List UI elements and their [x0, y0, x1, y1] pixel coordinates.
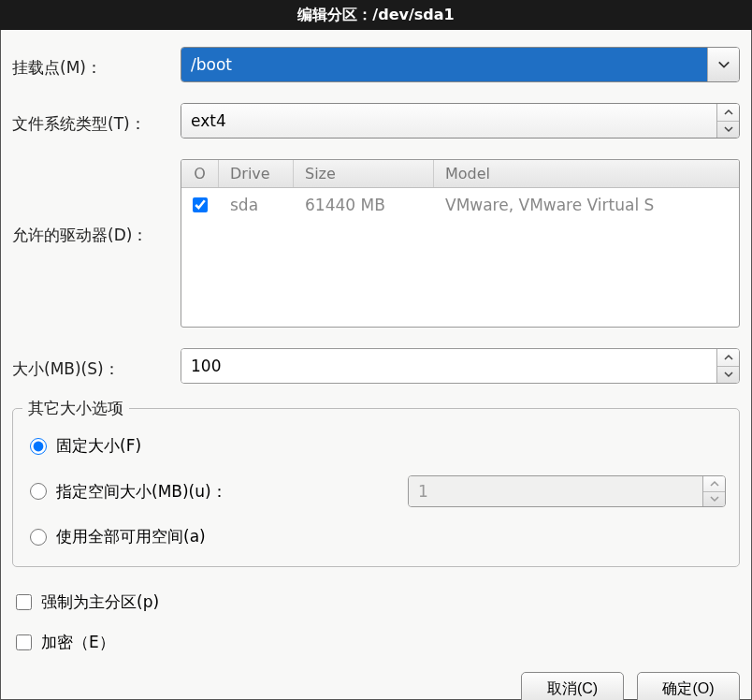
header-check[interactable]: O	[181, 160, 219, 187]
radio-fill-up-to-label: 指定空间大小(MB)(u)：	[56, 481, 227, 503]
check-encrypt[interactable]: 加密（E）	[16, 632, 736, 653]
chevron-down-icon	[717, 58, 730, 71]
header-size[interactable]: Size	[294, 160, 434, 187]
fs-type-spinner[interactable]	[716, 104, 739, 138]
label-size: 大小(MB)(S)：	[12, 353, 181, 380]
fs-type-combo[interactable]: ext4	[181, 103, 740, 139]
label-mount-point: 挂载点(M)：	[12, 51, 181, 79]
cancel-button[interactable]: 取消(C)	[521, 672, 624, 700]
fill-up-to-up	[703, 476, 725, 492]
window-title: 编辑分区：/dev/sda1	[297, 6, 454, 25]
radio-fill-all-input[interactable]	[30, 529, 47, 546]
drive-table: O Drive Size Model sda 61440 MB VMware, …	[181, 159, 740, 328]
drive-table-header: O Drive Size Model	[181, 160, 739, 188]
check-force-primary-label: 强制为主分区(p)	[41, 591, 159, 613]
dialog-body: 挂载点(M)： /boot 文件系统类型(T)： ext4 允许的驱动器(D)	[0, 30, 752, 700]
check-force-primary[interactable]: 强制为主分区(p)	[16, 591, 736, 613]
size-up[interactable]	[717, 349, 739, 367]
row-fs-type: 文件系统类型(T)： ext4	[12, 103, 740, 139]
groupbox-size-options: 其它大小选项 固定大小(F) 指定空间大小(MB)(u)： 1 使用全部可用空间…	[12, 408, 740, 567]
label-allowed-drives: 允许的驱动器(D)：	[12, 159, 181, 246]
titlebar: 编辑分区：/dev/sda1	[0, 0, 752, 30]
radio-fixed-size[interactable]: 固定大小(F)	[30, 435, 726, 457]
mount-point-dropdown-arrow[interactable]	[707, 48, 739, 81]
ok-button[interactable]: 确定(O)	[637, 672, 740, 700]
group-title-size-options: 其它大小选项	[22, 398, 129, 419]
drive-row-drive: sda	[219, 188, 294, 222]
row-allowed-drives: 允许的驱动器(D)： O Drive Size Model sda 61440 …	[12, 159, 740, 328]
label-fs-type: 文件系统类型(T)：	[12, 108, 181, 135]
mount-point-value[interactable]: /boot	[181, 48, 707, 81]
size-down[interactable]	[717, 367, 739, 384]
radio-fixed-size-input[interactable]	[30, 438, 47, 455]
check-encrypt-input[interactable]	[16, 634, 32, 650]
drive-row-size: 61440 MB	[294, 188, 434, 222]
row-size: 大小(MB)(S)： 100	[12, 348, 740, 384]
fill-up-to-spinner	[702, 476, 725, 506]
size-spinner[interactable]	[716, 349, 739, 383]
size-spinbox[interactable]: 100	[181, 348, 740, 384]
radio-fill-all-label: 使用全部可用空间(a)	[56, 526, 206, 547]
header-model[interactable]: Model	[434, 160, 739, 187]
radio-fill-up-to-input[interactable]	[30, 483, 47, 500]
check-encrypt-label: 加密（E）	[41, 632, 115, 653]
fs-type-value[interactable]: ext4	[181, 104, 716, 138]
header-drive[interactable]: Drive	[219, 160, 294, 187]
fill-up-to-spinbox: 1	[408, 475, 726, 507]
fill-up-to-value: 1	[409, 476, 702, 506]
size-value[interactable]: 100	[181, 349, 716, 383]
radio-fill-all[interactable]: 使用全部可用空间(a)	[30, 526, 726, 547]
mount-point-combo[interactable]: /boot	[181, 47, 740, 82]
table-row[interactable]: sda 61440 MB VMware, VMware Virtual S	[181, 188, 739, 222]
drive-row-model: VMware, VMware Virtual S	[434, 188, 739, 222]
fs-type-down[interactable]	[717, 122, 739, 139]
drive-row-checkbox[interactable]	[193, 197, 208, 212]
radio-fill-up-to[interactable]: 指定空间大小(MB)(u)： 1	[30, 475, 726, 507]
check-force-primary-input[interactable]	[16, 594, 32, 610]
fs-type-up[interactable]	[717, 104, 739, 122]
button-bar: 取消(C) 确定(O)	[12, 663, 740, 700]
fill-up-to-down	[703, 492, 725, 507]
radio-fixed-size-label: 固定大小(F)	[56, 435, 141, 457]
row-mount-point: 挂载点(M)： /boot	[12, 47, 740, 82]
